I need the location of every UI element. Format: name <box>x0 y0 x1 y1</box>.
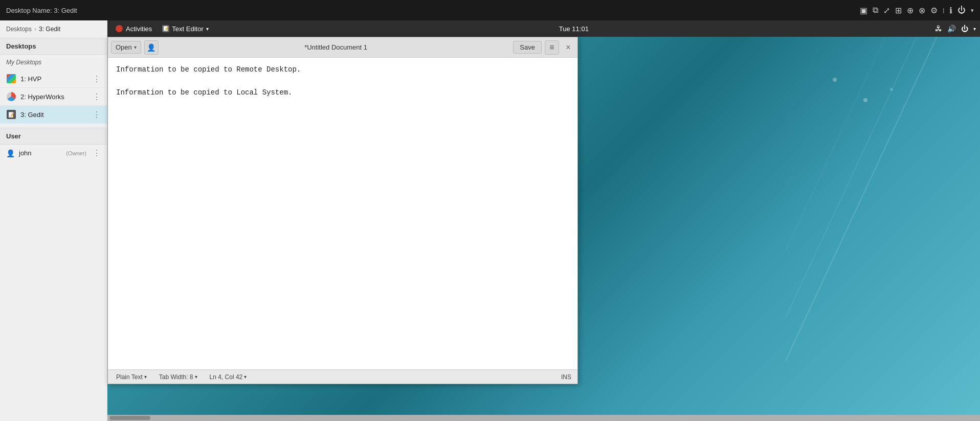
divider: | <box>943 8 944 13</box>
desktop-gedit-more-icon[interactable]: ⋮ <box>93 110 101 120</box>
chevron-down-icon[interactable]: ▾ <box>971 7 974 14</box>
my-desktops-label: My Desktops <box>0 55 107 70</box>
text-editor-button[interactable]: 📝 Text Editor ▾ <box>158 23 212 35</box>
copy-icon[interactable]: ⧉ <box>873 6 878 15</box>
network-icon[interactable]: ⊕ <box>907 6 914 15</box>
position-label: Ln 4, Col 42 <box>210 373 243 381</box>
tab-width-dropdown-icon: ▾ <box>195 374 197 380</box>
text-editor-dropdown-icon: ▾ <box>206 26 209 32</box>
system-topbar: Desktop Name: 3: Gedit ▣ ⧉ ⤢ ⊞ ⊕ ⊗ ⚙ | ℹ… <box>0 0 980 20</box>
breadcrumb-current: 3: Gedit <box>39 26 60 33</box>
open-label: Open <box>116 43 132 51</box>
desktop-item-hvp[interactable]: 1: HVP ⋮ <box>0 70 107 88</box>
power-icon[interactable]: ⏻ <box>957 6 966 15</box>
gedit-statusbar: Plain Text ▾ Tab Width: 8 ▾ Ln 4, Col 42… <box>108 369 577 384</box>
tab-width-selector[interactable]: Tab Width: 8 ▾ <box>157 372 199 382</box>
activities-label: Activities <box>126 25 152 33</box>
desktop-hyperworks-label: 2: HyperWorks <box>20 93 88 101</box>
breadcrumb-parent[interactable]: Desktops <box>6 26 32 33</box>
content-line3: Information to be copied to Local System… <box>116 88 292 97</box>
desktop-item-hyperworks[interactable]: 2: HyperWorks ⋮ <box>0 88 107 106</box>
gnome-panel-right: 🖧 🔊 ⏻ ▾ <box>935 25 976 33</box>
hvp-icon <box>6 74 16 84</box>
close-button[interactable]: × <box>562 41 574 54</box>
display-icon[interactable]: ⊞ <box>895 6 902 15</box>
horizontal-scrollbar[interactable] <box>107 415 980 421</box>
desktop-area: Open ▾ 👤 *Untitled Document 1 Save ≡ × I… <box>107 37 980 421</box>
gedit-editor[interactable]: Information to be copied to Remote Deskt… <box>108 58 577 369</box>
insert-mode-indicator: INS <box>561 373 571 381</box>
desktop-title: Desktop Name: 3: Gedit <box>6 7 77 14</box>
doc-small-icon: 👤 <box>147 43 155 52</box>
hyperworks-icon <box>6 91 16 102</box>
deco-dot <box>833 78 837 82</box>
gedit-titlebar: Open ▾ 👤 *Untitled Document 1 Save ≡ × <box>108 37 577 58</box>
tray-chevron-icon[interactable]: ▾ <box>973 26 976 32</box>
user-role: (Owner) <box>66 150 86 156</box>
desktop-hyperworks-more-icon[interactable]: ⋮ <box>93 92 101 102</box>
activities-button[interactable]: Activities <box>112 23 156 35</box>
settings-icon[interactable]: ⚙ <box>930 6 938 15</box>
save-button[interactable]: Save <box>513 41 542 54</box>
tab-width-label: Tab Width: 8 <box>159 373 193 381</box>
menu-button[interactable]: ≡ <box>545 40 559 55</box>
desktops-section-header: Desktops <box>0 38 107 55</box>
cancel-icon[interactable]: ⊗ <box>919 6 925 15</box>
info-icon[interactable]: ℹ <box>949 6 952 15</box>
gnome-clock: Tue 11:01 <box>559 25 589 33</box>
gedit-sidebar-icon <box>6 109 16 120</box>
volume-icon[interactable]: 🔊 <box>947 25 956 33</box>
deco-dot <box>863 98 867 102</box>
text-editor-label: Text Editor <box>172 25 203 33</box>
gedit-window: Open ▾ 👤 *Untitled Document 1 Save ≡ × I… <box>107 37 578 384</box>
gnome-panel: Activities 📝 Text Editor ▾ Tue 11:01 🖧 🔊… <box>107 20 980 37</box>
power-tray-icon[interactable]: ⏻ <box>961 25 968 33</box>
user-more-icon[interactable]: ⋮ <box>93 148 101 158</box>
activities-dot-icon <box>116 25 123 32</box>
user-name: john <box>19 149 62 157</box>
document-title: *Untitled Document 1 <box>162 43 510 51</box>
plain-text-dropdown-icon: ▾ <box>144 374 147 380</box>
position-dropdown-icon: ▾ <box>244 374 247 380</box>
deco-dot <box>890 88 893 91</box>
scrollbar-thumb[interactable] <box>109 416 150 420</box>
user-avatar-icon: 👤 <box>6 149 15 157</box>
desktop-item-gedit[interactable]: 3: Gedit ⋮ <box>0 106 107 124</box>
desktop-hvp-label: 1: HVP <box>20 75 88 83</box>
position-selector[interactable]: Ln 4, Col 42 ▾ <box>208 372 249 382</box>
system-tray: ▣ ⧉ ⤢ ⊞ ⊕ ⊗ ⚙ | ℹ ⏻ ▾ <box>860 6 974 15</box>
user-item: 👤 john (Owner) ⋮ <box>0 145 107 161</box>
monitor-icon[interactable]: ▣ <box>860 6 867 15</box>
content-line1: Information to be copied to Remote Deskt… <box>116 65 301 74</box>
open-dropdown-icon[interactable]: ▾ <box>134 44 137 50</box>
desktop-gedit-label: 3: Gedit <box>20 111 88 119</box>
plain-text-label: Plain Text <box>116 373 143 381</box>
breadcrumb: Desktops › 3: Gedit <box>0 20 107 38</box>
gnome-panel-left: Activities 📝 Text Editor ▾ <box>112 23 213 35</box>
user-section-header: User <box>0 128 107 145</box>
text-editor-icon: 📝 <box>162 25 169 32</box>
document-icon-button[interactable]: 👤 <box>144 40 159 55</box>
sidebar: Desktops › 3: Gedit Desktops My Desktops… <box>0 20 107 421</box>
open-button[interactable]: Open ▾ <box>111 41 141 54</box>
network-tray-icon[interactable]: 🖧 <box>935 25 942 33</box>
desktop-decoration <box>786 37 980 421</box>
desktop-hvp-more-icon[interactable]: ⋮ <box>93 74 101 84</box>
plain-text-selector[interactable]: Plain Text ▾ <box>114 372 149 382</box>
breadcrumb-separator: › <box>34 26 36 33</box>
resize-icon[interactable]: ⤢ <box>883 6 890 15</box>
